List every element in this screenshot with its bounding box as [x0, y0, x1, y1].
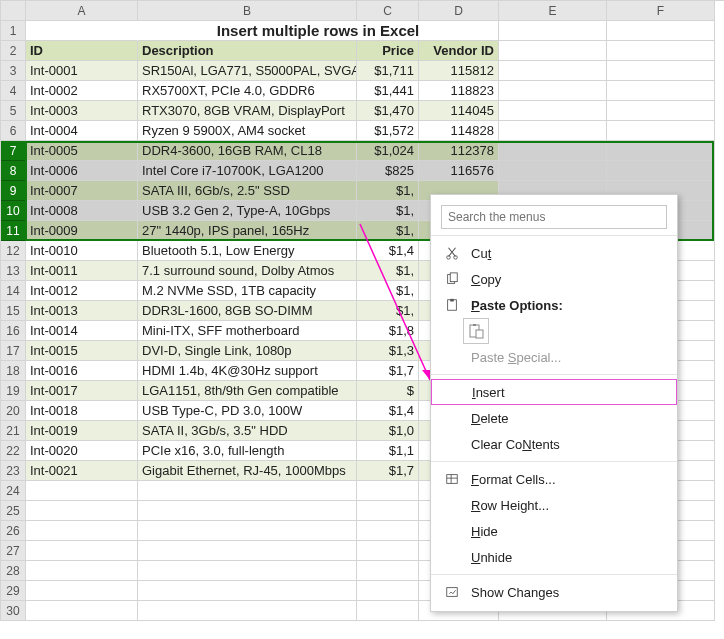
cell-price[interactable]: $1,572	[357, 121, 419, 141]
cell-desc[interactable]: Gigabit Ethernet, RJ-45, 1000Mbps	[138, 461, 357, 481]
cell-id[interactable]	[26, 561, 138, 581]
row-header[interactable]: 19	[1, 381, 26, 401]
row-header[interactable]: 27	[1, 541, 26, 561]
cell-desc[interactable]: HDMI 1.4b, 4K@30Hz support	[138, 361, 357, 381]
cell-price[interactable]: $1,	[357, 221, 419, 241]
cell[interactable]	[499, 21, 607, 41]
menu-insert[interactable]: Insert	[431, 379, 677, 405]
cell-desc[interactable]: Mini-ITX, SFF motherboard	[138, 321, 357, 341]
cell-desc[interactable]	[138, 561, 357, 581]
cell-id[interactable]: Int-0012	[26, 281, 138, 301]
cell-desc[interactable]: SATA III, 6Gb/s, 2.5" SSD	[138, 181, 357, 201]
column-header[interactable]: F	[607, 1, 715, 21]
cell-price[interactable]: $1,7	[357, 461, 419, 481]
cell-desc[interactable]	[138, 581, 357, 601]
cell[interactable]	[607, 121, 715, 141]
cell[interactable]	[499, 121, 607, 141]
menu-unhide[interactable]: Unhide	[431, 544, 677, 570]
row-header[interactable]: 9	[1, 181, 26, 201]
cell-vendor[interactable]: 116576	[419, 161, 499, 181]
cell-price[interactable]: $	[357, 381, 419, 401]
row-header[interactable]: 2	[1, 41, 26, 61]
row-header[interactable]: 14	[1, 281, 26, 301]
row-header[interactable]: 10	[1, 201, 26, 221]
cell-price[interactable]: $1,8	[357, 321, 419, 341]
row-header[interactable]: 30	[1, 601, 26, 621]
cell[interactable]	[607, 101, 715, 121]
cell-desc[interactable]	[138, 541, 357, 561]
cell-vendor[interactable]: 114828	[419, 121, 499, 141]
column-header[interactable]: D	[419, 1, 499, 21]
row-header[interactable]: 17	[1, 341, 26, 361]
cell-id[interactable]: Int-0005	[26, 141, 138, 161]
cell[interactable]	[607, 81, 715, 101]
cell[interactable]	[499, 101, 607, 121]
menu-search-input[interactable]	[441, 205, 667, 229]
cell-desc[interactable]: PCIe x16, 3.0, full-length	[138, 441, 357, 461]
cell[interactable]	[499, 161, 607, 181]
row-header[interactable]: 23	[1, 461, 26, 481]
cell-desc[interactable]	[138, 601, 357, 621]
row-header[interactable]: 6	[1, 121, 26, 141]
cell[interactable]	[607, 41, 715, 61]
menu-show-changes[interactable]: Show Changes	[431, 579, 677, 605]
row-header[interactable]: 18	[1, 361, 26, 381]
cell-price[interactable]: $1,3	[357, 341, 419, 361]
cell-desc[interactable]: 27" 1440p, IPS panel, 165Hz	[138, 221, 357, 241]
cell-id[interactable]: Int-0020	[26, 441, 138, 461]
row-header[interactable]: 5	[1, 101, 26, 121]
cell-id[interactable]: Int-0003	[26, 101, 138, 121]
cell-price[interactable]	[357, 521, 419, 541]
cell-price[interactable]: $1,1	[357, 441, 419, 461]
row-header[interactable]: 24	[1, 481, 26, 501]
cell-id[interactable]: Int-0018	[26, 401, 138, 421]
row-header[interactable]: 8	[1, 161, 26, 181]
cell-price[interactable]	[357, 501, 419, 521]
menu-delete[interactable]: Delete	[431, 405, 677, 431]
cell-id[interactable]: Int-0014	[26, 321, 138, 341]
cell-price[interactable]	[357, 601, 419, 621]
row-header[interactable]: 26	[1, 521, 26, 541]
row-header[interactable]: 4	[1, 81, 26, 101]
cell-price[interactable]: $1,	[357, 201, 419, 221]
cell-price[interactable]: $1,4	[357, 241, 419, 261]
cell-id[interactable]: Int-0015	[26, 341, 138, 361]
cell-id[interactable]	[26, 581, 138, 601]
row-header[interactable]: 21	[1, 421, 26, 441]
cell-id[interactable]: Int-0001	[26, 61, 138, 81]
row-header[interactable]: 16	[1, 321, 26, 341]
cell-price[interactable]	[357, 481, 419, 501]
cell-desc[interactable]: M.2 NVMe SSD, 1TB capacity	[138, 281, 357, 301]
cell[interactable]	[499, 61, 607, 81]
cell-id[interactable]: Int-0010	[26, 241, 138, 261]
cell-id[interactable]: Int-0008	[26, 201, 138, 221]
cell-desc[interactable]: SR150Al, LGA771, S5000PAL, SVGA	[138, 61, 357, 81]
row-header[interactable]: 3	[1, 61, 26, 81]
menu-format-cells[interactable]: Format Cells...	[431, 466, 677, 492]
cell-price[interactable]: $1,	[357, 301, 419, 321]
cell-id[interactable]: Int-0007	[26, 181, 138, 201]
row-header[interactable]: 29	[1, 581, 26, 601]
menu-cut[interactable]: Cut	[431, 240, 677, 266]
row-header[interactable]: 11	[1, 221, 26, 241]
column-header[interactable]: E	[499, 1, 607, 21]
cell-id[interactable]	[26, 541, 138, 561]
row-header[interactable]: 28	[1, 561, 26, 581]
cell-vendor[interactable]: 115812	[419, 61, 499, 81]
cell-vendor[interactable]: 112378	[419, 141, 499, 161]
cell-id[interactable]: Int-0009	[26, 221, 138, 241]
menu-hide[interactable]: Hide	[431, 518, 677, 544]
cell-price[interactable]	[357, 561, 419, 581]
cell[interactable]	[499, 81, 607, 101]
row-header[interactable]: 13	[1, 261, 26, 281]
cell[interactable]	[607, 141, 715, 161]
cell-price[interactable]: $1,0	[357, 421, 419, 441]
cell-price[interactable]	[357, 541, 419, 561]
row-header[interactable]: 15	[1, 301, 26, 321]
cell-desc[interactable]: USB Type-C, PD 3.0, 100W	[138, 401, 357, 421]
cell-desc[interactable]: RTX3070, 8GB VRAM, DisplayPort	[138, 101, 357, 121]
cell-vendor[interactable]: 118823	[419, 81, 499, 101]
cell[interactable]	[26, 21, 138, 41]
cell[interactable]	[499, 141, 607, 161]
menu-row-height[interactable]: Row Height...	[431, 492, 677, 518]
